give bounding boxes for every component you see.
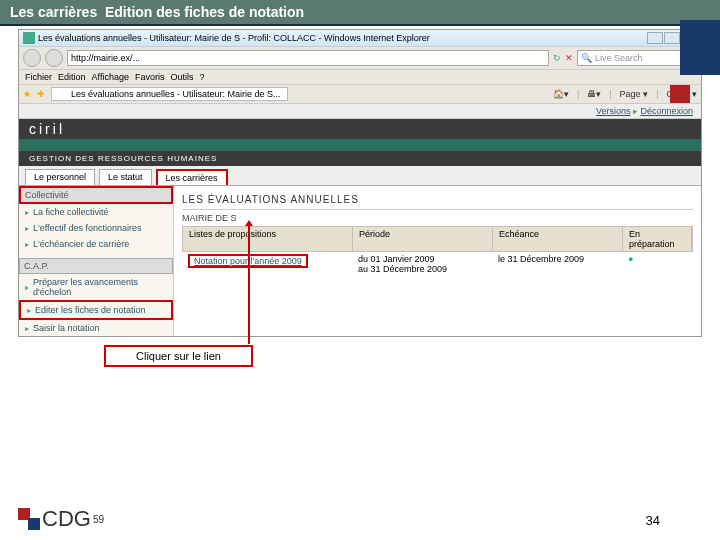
sidebar-item-avancements[interactable]: Préparer les avancements d'échelon bbox=[19, 274, 173, 300]
sidebar-item-fiche-collectivite[interactable]: La fiche collectivité bbox=[19, 204, 173, 220]
maximize-button[interactable] bbox=[664, 32, 680, 44]
menu-favoris[interactable]: Favoris bbox=[135, 72, 165, 82]
tab-carrieres[interactable]: Les carrières bbox=[156, 169, 228, 185]
app-topbar: Versions ▸ Déconnexion bbox=[19, 104, 701, 119]
stop-icon[interactable]: ✕ bbox=[565, 53, 573, 63]
teal-band bbox=[19, 139, 701, 151]
cell-preparation: ● bbox=[622, 254, 693, 274]
tab-favicon-icon bbox=[58, 89, 68, 99]
sidebar: Collectivité La fiche collectivité L'eff… bbox=[19, 186, 174, 336]
brand-band: ciril bbox=[19, 119, 701, 139]
ie-titlebar: Les évaluations annuelles - Utilisateur:… bbox=[19, 30, 701, 46]
main-panel: LES ÉVALUATIONS ANNUELLES MAIRIE DE S Li… bbox=[174, 186, 701, 336]
browser-tab[interactable]: Les évaluations annuelles - Utilisateur:… bbox=[51, 87, 288, 101]
page-menu[interactable]: Page ▾ bbox=[620, 89, 649, 99]
page-number: 34 bbox=[646, 513, 660, 528]
ie-window: Les évaluations annuelles - Utilisateur:… bbox=[18, 29, 702, 337]
url-text: http://mairie.ex/... bbox=[71, 53, 140, 63]
ie-address-bar: http://mairie.ex/... ↻ ✕ 🔍 Live Search bbox=[19, 46, 701, 70]
callout-box: Cliquer sur le lien bbox=[104, 345, 253, 367]
refresh-icon[interactable]: ↻ bbox=[553, 53, 561, 63]
cell-echeance: le 31 Décembre 2009 bbox=[492, 254, 622, 274]
sidebar-item-effectif[interactable]: L'effectif des fonctionnaires bbox=[19, 220, 173, 236]
menu-help[interactable]: ? bbox=[199, 72, 204, 82]
logout-link[interactable]: Déconnexion bbox=[640, 106, 693, 116]
app-content: Versions ▸ Déconnexion ciril GESTION DES… bbox=[19, 104, 701, 336]
sidebar-item-echeancier[interactable]: L'échéancier de carrière bbox=[19, 236, 173, 252]
col-periode: Période bbox=[353, 227, 493, 251]
search-placeholder: Live Search bbox=[595, 53, 643, 63]
main-title: LES ÉVALUATIONS ANNUELLES bbox=[182, 190, 693, 210]
menu-affichage[interactable]: Affichage bbox=[92, 72, 129, 82]
url-field[interactable]: http://mairie.ex/... bbox=[67, 50, 549, 66]
sub-title: MAIRIE DE S bbox=[182, 210, 693, 226]
logo-sup: 59 bbox=[93, 514, 104, 525]
minimize-button[interactable] bbox=[647, 32, 663, 44]
col-preparation: En préparation bbox=[623, 227, 692, 251]
brand-text: ciril bbox=[29, 121, 65, 137]
menu-edition[interactable]: Edition bbox=[58, 72, 86, 82]
menu-fichier[interactable]: Fichier bbox=[25, 72, 52, 82]
panel-cap-head[interactable]: C.A.P. bbox=[19, 258, 173, 274]
panel-collectivite-head[interactable]: Collectivité bbox=[19, 186, 173, 204]
slide-title: Les carrières Edition des fiches de nota… bbox=[0, 0, 720, 26]
logo-icon bbox=[18, 508, 40, 530]
tab-label: Les évaluations annuelles - Utilisateur:… bbox=[71, 89, 281, 99]
ie-menu-bar: Fichier Edition Affichage Favoris Outils… bbox=[19, 70, 701, 85]
back-button[interactable] bbox=[23, 49, 41, 67]
cell-periode: du 01 Janvier 2009 au 31 Décembre 2009 bbox=[352, 254, 492, 274]
title-part-a: Les carrières bbox=[10, 4, 97, 20]
logo-text: CDG bbox=[42, 506, 91, 532]
add-favorite-icon[interactable]: ✚ bbox=[37, 89, 45, 99]
versions-link[interactable]: Versions bbox=[596, 106, 631, 116]
sidebar-item-editer-fiches[interactable]: Editer les fiches de notation bbox=[19, 300, 173, 320]
feed-icon[interactable]: 🖶▾ bbox=[587, 89, 601, 99]
deco-red-block bbox=[670, 85, 690, 103]
forward-button[interactable] bbox=[45, 49, 63, 67]
menu-outils[interactable]: Outils bbox=[170, 72, 193, 82]
grid-row: Notation pour l'année 2009 du 01 Janvier… bbox=[182, 252, 693, 276]
callout-text: Cliquer sur le lien bbox=[136, 350, 221, 362]
window-title: Les évaluations annuelles - Utilisateur:… bbox=[38, 33, 430, 43]
title-part-b: Edition des fiches de notation bbox=[105, 4, 304, 20]
search-icon: 🔍 bbox=[581, 53, 592, 63]
module-label: GESTION DES RESSOURCES HUMAINES bbox=[19, 151, 701, 166]
callout-arrow bbox=[248, 222, 250, 344]
grid-header: Listes de propositions Période Echéance … bbox=[182, 226, 693, 252]
favorites-icon[interactable]: ★ bbox=[23, 89, 31, 99]
col-propositions: Listes de propositions bbox=[183, 227, 353, 251]
tab-personnel[interactable]: Le personnel bbox=[25, 169, 95, 185]
favicon-icon bbox=[23, 32, 35, 44]
search-field[interactable]: 🔍 Live Search bbox=[577, 50, 697, 66]
ie-tab-row: ★ ✚ Les évaluations annuelles - Utilisat… bbox=[19, 85, 701, 104]
deco-blue-block bbox=[680, 20, 720, 75]
col-echeance: Echéance bbox=[493, 227, 623, 251]
tab-statut[interactable]: Le statut bbox=[99, 169, 152, 185]
home-icon[interactable]: 🏠▾ bbox=[553, 89, 569, 99]
cdg-logo: CDG59 bbox=[18, 506, 104, 532]
module-tabs: Le personnel Le statut Les carrières bbox=[19, 166, 701, 186]
sidebar-item-saisir-notation[interactable]: Saisir la notation bbox=[19, 320, 173, 336]
